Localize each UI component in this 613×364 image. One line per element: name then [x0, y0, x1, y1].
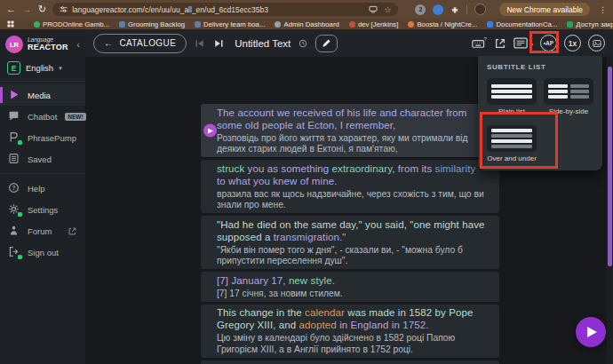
sync-status-icon	[299, 39, 307, 48]
language-selector[interactable]: E English ▾	[0, 58, 85, 82]
subtitle-row[interactable]: Every year whose number in the common re…	[201, 360, 499, 364]
translation-text: вразила вас як щось надзвичайне, через с…	[217, 189, 487, 211]
word-segment[interactable]: "Had he died on the same day," you said,…	[217, 219, 484, 242]
source-text: The account we received of his life and …	[217, 107, 487, 131]
sidebar-item-settings[interactable]: Settings	[0, 199, 85, 220]
bookmark-grooming-backlog[interactable]: Grooming Backlog	[119, 20, 185, 28]
word-segment[interactable]: struck	[217, 163, 248, 174]
word-segment[interactable]: you as something	[248, 163, 332, 174]
translation-text: Цю зміну в календарі було здійснено в 15…	[217, 333, 487, 355]
word-segment[interactable]: calendar	[305, 307, 345, 318]
extension-badge-icon[interactable]: 2	[415, 4, 426, 15]
sidebar-item-label: Sign out	[28, 248, 59, 257]
word-segment[interactable]: in England in 1752.	[337, 320, 429, 330]
subtitle-row[interactable]: "Had he died on the same day," you said,…	[201, 216, 499, 269]
word-segment[interactable]: The account we received of his life and …	[217, 107, 467, 131]
extensions-puzzle-icon[interactable]	[450, 5, 459, 14]
sidebar-item-sign-out[interactable]: Sign out	[0, 241, 85, 263]
subtitle-row[interactable]: The account we received of his life and …	[201, 104, 499, 157]
svg-text:?: ?	[484, 37, 487, 42]
play-icon	[8, 89, 20, 101]
reload-icon[interactable]: ↻	[38, 4, 46, 14]
next-subtitle-icon[interactable]	[213, 38, 224, 49]
side-layout-icon	[544, 78, 593, 105]
sidebar-item-label: Media	[28, 91, 51, 100]
sidebar-item-saved[interactable]: Saved	[0, 148, 85, 170]
bookmark-prodonline-gamb[interactable]: PRODOnline Gamb...	[34, 20, 109, 28]
site-settings-icon[interactable]	[60, 5, 68, 13]
favicon	[275, 21, 281, 28]
send-to-device-icon[interactable]	[369, 5, 378, 13]
sidebar-collapse-icon[interactable]: ‹	[76, 39, 80, 50]
bookmark-star-icon[interactable]: ☆	[384, 5, 391, 14]
apps-grid-icon[interactable]	[7, 20, 14, 28]
sidebar-item-forum[interactable]: Forum	[0, 220, 85, 241]
person-icon	[8, 225, 20, 237]
gear-icon	[8, 203, 20, 216]
subtitle-row[interactable]: [7] January 17, new style.[7] 17 січня, …	[201, 272, 499, 302]
word-segment[interactable]: similarity	[435, 163, 476, 174]
chrome-update-button[interactable]: New Chrome available	[499, 3, 590, 16]
favicon	[408, 21, 414, 28]
bookmark-dev-jenkins[interactable]: dev [Jenkins]	[349, 20, 399, 28]
favicon	[487, 21, 493, 28]
export-icon[interactable]	[494, 37, 506, 50]
bookmarks-bar: PRODOnline Gamb...Grooming BacklogDelive…	[0, 19, 613, 29]
chrome-menu-icon[interactable]: ⋮	[599, 5, 607, 14]
phrasepump-icon	[8, 131, 20, 144]
sidebar-divider	[0, 173, 85, 174]
bookmark-label: Доступ закрыт	[576, 20, 613, 28]
scrollbar-thumb[interactable]	[608, 67, 612, 266]
subtitle-row[interactable]: struck you as something extraordinary, f…	[201, 160, 499, 213]
favicon	[34, 21, 40, 28]
word-segment[interactable]: extraordinary,	[332, 163, 395, 174]
word-segment[interactable]: new style.	[289, 275, 335, 286]
word-segment[interactable]: to what you knew of mine.	[217, 176, 337, 186]
scrollbar-track[interactable]	[607, 56, 613, 364]
back-arrow-icon: ←	[104, 38, 113, 48]
keyboard-shortcuts-icon[interactable]: ?	[472, 37, 487, 50]
bookmark-documentationca[interactable]: DocumentationCa...	[487, 20, 557, 28]
bookmark-admin-dashboard[interactable]: Admin Dashboard	[275, 20, 338, 28]
brand-header: LR Language REACTOR ‹	[0, 29, 85, 58]
play-button[interactable]	[576, 317, 606, 347]
sidebar-item-phrasepump[interactable]: PhrasePump	[0, 127, 85, 148]
back-icon[interactable]: ←	[6, 4, 16, 14]
extension-blue-icon[interactable]	[433, 4, 443, 15]
plain-layout-icon	[487, 78, 537, 105]
bookmark-delivery-team-boa[interactable]: Delivery team boa...	[195, 20, 265, 28]
subtitle-list-option-plain-list[interactable]: Plain list	[487, 78, 537, 115]
sidebar-item-help[interactable]: ?Help	[0, 178, 85, 199]
edit-title-button[interactable]	[315, 35, 338, 52]
bookmark-label: PRODOnline Gamb...	[43, 20, 109, 28]
word-segment[interactable]: adopted	[299, 320, 337, 330]
sidebar-item-label: PhrasePump	[28, 133, 76, 143]
word-segment[interactable]: [7] January 17,	[217, 275, 289, 286]
word-segment[interactable]: from its	[394, 163, 434, 174]
bookmark-boosta-nightcre[interactable]: Boosta / NightCre...	[408, 20, 477, 28]
image-mode-button[interactable]	[588, 35, 605, 51]
new-badge: NEW!	[65, 113, 85, 121]
sidebar-item-media[interactable]: Media	[0, 84, 85, 106]
word-segment[interactable]: This change in the	[217, 307, 305, 318]
word-segment[interactable]: transmigration."	[274, 232, 346, 242]
sidebar-item-chatbot[interactable]: ChatbotNEW!	[0, 106, 85, 127]
list-icon	[8, 153, 20, 165]
address-bar[interactable]: languagereactor.com/c/en/uu/uu_all_en/ud…	[52, 3, 398, 16]
sidebar-item-label: Saved	[28, 154, 52, 164]
signout-icon	[8, 246, 20, 258]
subtitle-list-option-side-by-side[interactable]: Side-by-side	[544, 78, 593, 115]
subtitle-row[interactable]: This change in the calendar was made in …	[201, 305, 499, 358]
translation-text: "Якби він помер того ж дня", - сказали в…	[217, 245, 487, 267]
previous-subtitle-icon[interactable]	[195, 38, 205, 49]
playback-speed-button[interactable]: 1x	[564, 35, 581, 51]
language-label: English	[26, 63, 53, 73]
current-line-play-icon[interactable]	[203, 124, 217, 138]
favicon	[567, 21, 573, 28]
profile-avatar[interactable]	[474, 4, 486, 15]
forward-icon[interactable]: →	[22, 4, 32, 14]
catalogue-button[interactable]: ← CATALOGUE	[93, 34, 187, 53]
brand-bottom: REACTOR	[28, 44, 68, 51]
bookmark-[interactable]: Доступ закрыт	[567, 20, 613, 28]
bookmark-label: Delivery team boa...	[203, 20, 265, 28]
